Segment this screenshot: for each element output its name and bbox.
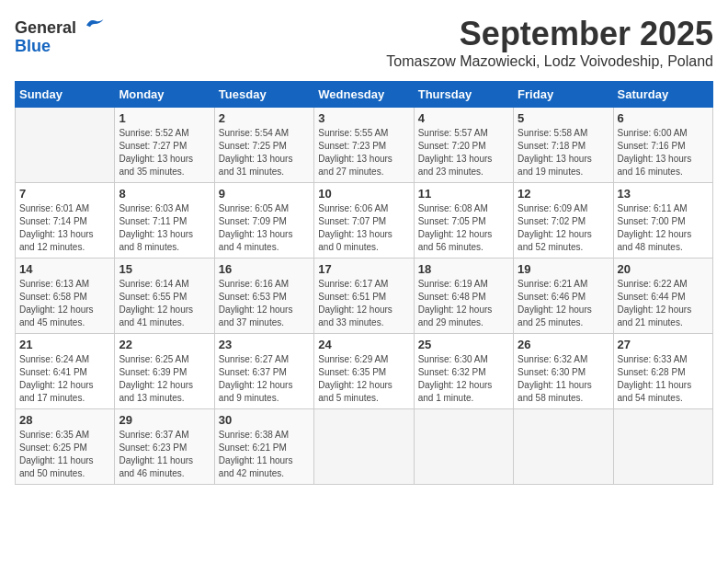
calendar-cell: 29Sunrise: 6:37 AM Sunset: 6:23 PM Dayli… [115, 409, 214, 485]
day-number: 25 [418, 338, 509, 351]
day-header-saturday: Saturday [613, 82, 712, 108]
calendar-table: SundayMondayTuesdayWednesdayThursdayFrid… [15, 81, 713, 485]
day-number: 30 [219, 413, 310, 427]
calendar-cell: 30Sunrise: 6:38 AM Sunset: 6:21 PM Dayli… [214, 409, 313, 485]
day-number: 6 [618, 111, 709, 125]
day-info: Sunrise: 5:58 AM Sunset: 7:18 PM Dayligh… [518, 127, 609, 178]
calendar-cell: 12Sunrise: 6:09 AM Sunset: 7:02 PM Dayli… [514, 183, 613, 259]
day-number: 24 [318, 338, 409, 351]
day-info: Sunrise: 6:22 AM Sunset: 6:44 PM Dayligh… [618, 278, 709, 329]
day-number: 21 [19, 338, 110, 351]
day-number: 15 [119, 262, 210, 276]
day-number: 29 [119, 413, 210, 427]
day-number: 7 [19, 187, 110, 201]
day-info: Sunrise: 6:29 AM Sunset: 6:35 PM Dayligh… [318, 353, 409, 405]
day-info: Sunrise: 6:17 AM Sunset: 6:51 PM Dayligh… [318, 278, 409, 329]
day-number: 14 [19, 262, 110, 276]
calendar-cell [414, 409, 513, 485]
day-number: 12 [518, 187, 609, 201]
calendar-cell [514, 409, 613, 485]
day-number: 23 [219, 338, 310, 351]
day-info: Sunrise: 6:09 AM Sunset: 7:02 PM Dayligh… [518, 202, 609, 254]
logo-bird-icon [83, 15, 105, 33]
day-number: 11 [418, 187, 509, 201]
calendar-cell: 26Sunrise: 6:32 AM Sunset: 6:30 PM Dayli… [514, 334, 613, 409]
calendar-week-4: 21Sunrise: 6:24 AM Sunset: 6:41 PM Dayli… [16, 334, 713, 409]
calendar-body: 1Sunrise: 5:52 AM Sunset: 7:27 PM Daylig… [16, 108, 713, 485]
calendar-cell: 22Sunrise: 6:25 AM Sunset: 6:39 PM Dayli… [115, 334, 214, 409]
day-info: Sunrise: 6:37 AM Sunset: 6:23 PM Dayligh… [119, 429, 210, 480]
calendar-cell: 27Sunrise: 6:33 AM Sunset: 6:28 PM Dayli… [613, 334, 712, 409]
day-number: 1 [119, 111, 210, 125]
logo-general: General [15, 18, 76, 37]
day-info: Sunrise: 5:52 AM Sunset: 7:27 PM Dayligh… [119, 127, 210, 178]
day-header-sunday: Sunday [16, 82, 115, 108]
day-info: Sunrise: 6:33 AM Sunset: 6:28 PM Dayligh… [618, 353, 709, 405]
day-number: 17 [318, 262, 409, 276]
calendar-cell: 13Sunrise: 6:11 AM Sunset: 7:00 PM Dayli… [613, 183, 712, 259]
day-info: Sunrise: 6:13 AM Sunset: 6:58 PM Dayligh… [19, 278, 110, 329]
calendar-cell: 24Sunrise: 6:29 AM Sunset: 6:35 PM Dayli… [314, 334, 414, 409]
logo-blue: Blue [15, 38, 105, 56]
calendar-cell: 21Sunrise: 6:24 AM Sunset: 6:41 PM Dayli… [16, 334, 115, 409]
day-number: 3 [318, 111, 409, 125]
day-number: 13 [618, 187, 709, 201]
day-info: Sunrise: 6:16 AM Sunset: 6:53 PM Dayligh… [219, 278, 310, 329]
day-header-monday: Monday [115, 82, 214, 108]
day-info: Sunrise: 5:55 AM Sunset: 7:23 PM Dayligh… [318, 127, 409, 178]
calendar-header: SundayMondayTuesdayWednesdayThursdayFrid… [16, 82, 713, 108]
day-info: Sunrise: 6:06 AM Sunset: 7:07 PM Dayligh… [318, 202, 409, 254]
calendar-cell: 2Sunrise: 5:54 AM Sunset: 7:25 PM Daylig… [214, 108, 313, 183]
day-number: 5 [518, 111, 609, 125]
calendar-cell: 18Sunrise: 6:19 AM Sunset: 6:48 PM Dayli… [414, 259, 513, 334]
day-number: 20 [618, 262, 709, 276]
calendar-cell: 3Sunrise: 5:55 AM Sunset: 7:23 PM Daylig… [314, 108, 414, 183]
calendar-cell: 4Sunrise: 5:57 AM Sunset: 7:20 PM Daylig… [414, 108, 513, 183]
day-info: Sunrise: 6:19 AM Sunset: 6:48 PM Dayligh… [418, 278, 509, 329]
calendar-cell: 1Sunrise: 5:52 AM Sunset: 7:27 PM Daylig… [115, 108, 214, 183]
day-number: 9 [219, 187, 310, 201]
page-title: September 2025 [386, 15, 713, 53]
day-number: 28 [19, 413, 110, 427]
day-number: 10 [318, 187, 409, 201]
calendar-cell: 11Sunrise: 6:08 AM Sunset: 7:05 PM Dayli… [414, 183, 513, 259]
calendar-cell: 23Sunrise: 6:27 AM Sunset: 6:37 PM Dayli… [214, 334, 313, 409]
day-info: Sunrise: 6:27 AM Sunset: 6:37 PM Dayligh… [219, 353, 310, 405]
day-header-wednesday: Wednesday [314, 82, 414, 108]
calendar-week-3: 14Sunrise: 6:13 AM Sunset: 6:58 PM Dayli… [16, 259, 713, 334]
day-number: 19 [518, 262, 609, 276]
calendar-cell: 28Sunrise: 6:35 AM Sunset: 6:25 PM Dayli… [16, 409, 115, 485]
day-number: 16 [219, 262, 310, 276]
day-header-tuesday: Tuesday [214, 82, 313, 108]
page-subtitle: Tomaszow Mazowiecki, Lodz Voivodeship, P… [386, 53, 713, 70]
calendar-cell: 8Sunrise: 6:03 AM Sunset: 7:11 PM Daylig… [115, 183, 214, 259]
calendar-cell: 17Sunrise: 6:17 AM Sunset: 6:51 PM Dayli… [314, 259, 414, 334]
calendar-cell: 5Sunrise: 5:58 AM Sunset: 7:18 PM Daylig… [514, 108, 613, 183]
day-number: 4 [418, 111, 509, 125]
day-info: Sunrise: 6:00 AM Sunset: 7:16 PM Dayligh… [618, 127, 709, 178]
day-info: Sunrise: 6:05 AM Sunset: 7:09 PM Dayligh… [219, 202, 310, 254]
calendar-cell: 25Sunrise: 6:30 AM Sunset: 6:32 PM Dayli… [414, 334, 513, 409]
day-number: 18 [418, 262, 509, 276]
day-info: Sunrise: 6:32 AM Sunset: 6:30 PM Dayligh… [518, 353, 609, 405]
calendar-cell: 19Sunrise: 6:21 AM Sunset: 6:46 PM Dayli… [514, 259, 613, 334]
day-info: Sunrise: 6:11 AM Sunset: 7:00 PM Dayligh… [618, 202, 709, 254]
calendar-cell [613, 409, 712, 485]
calendar-week-1: 1Sunrise: 5:52 AM Sunset: 7:27 PM Daylig… [16, 108, 713, 183]
calendar-cell: 9Sunrise: 6:05 AM Sunset: 7:09 PM Daylig… [214, 183, 313, 259]
day-info: Sunrise: 6:35 AM Sunset: 6:25 PM Dayligh… [19, 429, 110, 480]
day-info: Sunrise: 6:38 AM Sunset: 6:21 PM Dayligh… [219, 429, 310, 480]
calendar-cell: 16Sunrise: 6:16 AM Sunset: 6:53 PM Dayli… [214, 259, 313, 334]
day-info: Sunrise: 6:30 AM Sunset: 6:32 PM Dayligh… [418, 353, 509, 405]
calendar-cell: 6Sunrise: 6:00 AM Sunset: 7:16 PM Daylig… [613, 108, 712, 183]
day-header-thursday: Thursday [414, 82, 513, 108]
day-number: 22 [119, 338, 210, 351]
calendar-cell [16, 108, 115, 183]
day-info: Sunrise: 6:25 AM Sunset: 6:39 PM Dayligh… [119, 353, 210, 405]
day-number: 26 [518, 338, 609, 351]
calendar-week-2: 7Sunrise: 6:01 AM Sunset: 7:14 PM Daylig… [16, 183, 713, 259]
calendar-cell [314, 409, 414, 485]
calendar-cell: 10Sunrise: 6:06 AM Sunset: 7:07 PM Dayli… [314, 183, 414, 259]
calendar-cell: 15Sunrise: 6:14 AM Sunset: 6:55 PM Dayli… [115, 259, 214, 334]
calendar-cell: 20Sunrise: 6:22 AM Sunset: 6:44 PM Dayli… [613, 259, 712, 334]
